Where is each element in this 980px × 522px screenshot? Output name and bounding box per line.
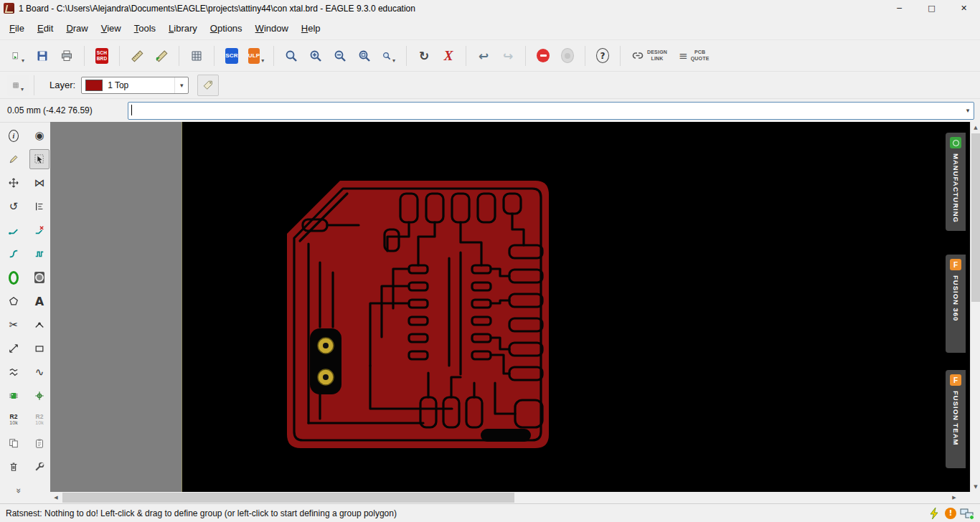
pcb-quote-button[interactable]: ≡ PCB QUOTE [674,44,714,67]
delete-button[interactable] [4,457,24,477]
split-button[interactable]: ✂ [4,315,24,335]
separator [119,46,120,66]
change-settings-button[interactable] [29,457,50,477]
warning-icon[interactable]: ! [945,508,956,519]
stop-button[interactable] [532,44,555,67]
show-button[interactable]: ◉ [29,125,50,146]
run-script-button[interactable]: SCR [220,44,243,67]
close-button[interactable]: ✕ [948,0,980,16]
print-button[interactable] [55,44,78,67]
route-wire-icon [9,224,19,237]
redo-button[interactable]: ↪ [496,44,519,67]
scroll-up-icon[interactable]: ▲ [971,122,980,133]
vertical-scrollbar[interactable]: ▲ ▼ [970,122,980,492]
polygon-button[interactable] [4,291,24,311]
menu-file[interactable]: File [3,20,31,37]
horizontal-scroll-thumb[interactable] [62,493,514,503]
zoom-out-button[interactable] [329,44,352,67]
zoom-redraw-button[interactable]: ▾ [377,44,400,67]
fusion-team-tab[interactable]: F FUSION TEAM [946,370,966,468]
menu-tools[interactable]: Tools [128,20,162,37]
zoom-in-button[interactable] [304,44,327,67]
stop-icon [537,49,550,62]
meander-button[interactable] [29,244,50,264]
grid-settings-button[interactable]: ▾ [7,75,29,96]
grid-button[interactable] [185,44,208,67]
menu-draw[interactable]: Draw [60,20,94,37]
separator [406,46,407,66]
group-select-button[interactable] [29,149,50,169]
network-status-icon[interactable] [960,507,974,520]
manufacturing-tab[interactable]: MANUFACTURING [946,133,966,231]
scroll-left-icon[interactable]: ◀ [50,492,62,503]
fusion-360-tab[interactable]: F FUSION 360 [946,255,966,353]
zoom-select-button[interactable] [280,44,303,67]
layer-select[interactable]: 1 Top ▾ [81,77,189,94]
info-button[interactable]: i [4,125,24,146]
chevron-down-icon[interactable]: ▾ [174,77,188,93]
cancel-command-button[interactable]: X [437,44,460,67]
trash-icon [9,460,19,473]
vertical-scroll-thumb[interactable] [971,133,980,302]
scroll-down-icon[interactable]: ▼ [971,481,980,492]
sync-lightning-icon[interactable] [928,507,941,520]
miter-button[interactable] [29,315,50,335]
fusion-icon: F [950,374,961,386]
menu-window[interactable]: Window [249,20,295,37]
dimension-button[interactable] [4,338,24,359]
measure-button[interactable] [126,44,149,67]
design-link-button[interactable]: DESIGN LINK [626,44,672,67]
menu-edit[interactable]: Edit [31,20,60,37]
menu-options[interactable]: Options [204,20,249,37]
via-button[interactable] [4,267,24,288]
rotate-button[interactable]: ↺ [4,196,24,217]
undo-icon: ↩ [479,49,489,63]
menu-library[interactable]: Library [162,20,204,37]
scroll-right-icon[interactable]: ▶ [948,492,960,503]
align-button[interactable] [29,196,50,217]
schematic-board-switch-button[interactable]: SCH BRD [90,44,113,67]
text-button[interactable]: A [29,291,50,311]
open-board-button[interactable]: ▾ [6,44,29,67]
circle-button[interactable] [29,267,50,288]
undo-button[interactable]: ↩ [472,44,495,67]
maximize-button[interactable]: □ [915,0,948,16]
layer-settings-button[interactable] [197,75,219,96]
chevron-down-icon[interactable]: ▾ [962,107,974,114]
ripup-button[interactable] [29,220,50,240]
signal-button[interactable]: ∿ [29,362,50,382]
dimension-tool-button[interactable] [150,44,173,67]
zoom-fit-button[interactable] [353,44,376,67]
menu-view[interactable]: View [95,20,128,37]
ratsnest-button[interactable] [4,362,24,382]
go-button[interactable] [556,44,579,67]
move-button[interactable] [4,173,24,193]
origin-button[interactable] [29,386,50,406]
main-area: i ◉ ⋈ ↺ [0,122,980,503]
save-button[interactable] [31,44,54,67]
change-button[interactable] [4,149,24,169]
separator [620,46,621,66]
run-ulp-button[interactable]: ULP ▾ [245,44,268,67]
pad-circle-icon [34,272,44,283]
smash-button[interactable]: R2 10k [29,409,50,430]
command-input[interactable] [128,103,962,119]
value-button[interactable]: R2 10k [4,409,24,430]
chevron-down-icon[interactable]: » [14,488,24,493]
copy-button[interactable] [4,433,24,453]
fusion-icon: F [950,259,961,270]
menu-help[interactable]: Help [295,20,327,37]
horizontal-scrollbar[interactable]: ◀ ▶ [50,492,970,503]
mirror-button[interactable]: ⋈ [29,173,50,193]
minimize-button[interactable]: ─ [883,0,915,16]
route-button[interactable] [4,220,24,240]
wire-bend-button[interactable] [4,244,24,264]
board-canvas[interactable]: MANUFACTURING F FUSION 360 F FUSION TEAM [50,122,970,492]
rect-button[interactable] [29,338,50,359]
refresh-button[interactable]: ↻ [413,44,435,67]
footprint-button[interactable] [4,386,24,406]
help-button[interactable]: ? [591,44,614,67]
paste-button[interactable] [29,433,50,453]
crosshair-icon [34,389,44,402]
layer-label: Layer: [50,80,75,90]
